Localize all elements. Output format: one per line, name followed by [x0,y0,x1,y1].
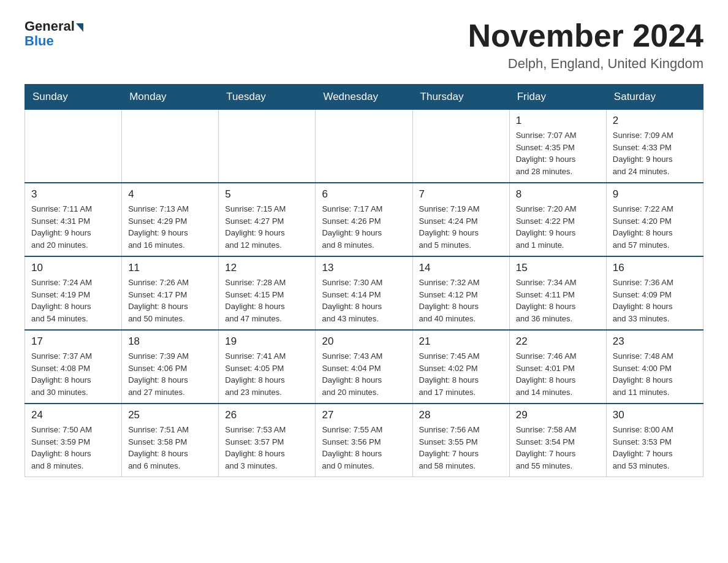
calendar-cell: 2Sunrise: 7:09 AMSunset: 4:33 PMDaylight… [606,110,703,183]
day-number: 28 [419,409,503,421]
day-info: Sunrise: 7:36 AMSunset: 4:09 PMDaylight:… [613,277,697,324]
day-number: 7 [419,188,503,201]
day-number: 30 [613,409,697,421]
day-info: Sunrise: 7:17 AMSunset: 4:26 PMDaylight:… [322,203,406,251]
calendar-cell: 28Sunrise: 7:56 AMSunset: 3:55 PMDayligh… [412,404,509,477]
day-number: 3 [31,188,115,201]
weekday-header-monday: Monday [122,85,219,110]
calendar-cell: 19Sunrise: 7:41 AMSunset: 4:05 PMDayligh… [219,330,316,404]
calendar-cell: 17Sunrise: 7:37 AMSunset: 4:08 PMDayligh… [25,330,122,404]
weekday-header-row: SundayMondayTuesdayWednesdayThursdayFrid… [25,85,703,110]
calendar-cell: 9Sunrise: 7:22 AMSunset: 4:20 PMDaylight… [606,183,703,256]
logo-general-text: General [25,18,75,34]
day-number: 24 [31,409,115,421]
calendar-cell: 21Sunrise: 7:45 AMSunset: 4:02 PMDayligh… [412,330,509,404]
calendar-cell: 14Sunrise: 7:32 AMSunset: 4:12 PMDayligh… [412,256,509,330]
calendar-week-row: 24Sunrise: 7:50 AMSunset: 3:59 PMDayligh… [25,404,703,477]
weekday-header-tuesday: Tuesday [219,85,316,110]
day-info: Sunrise: 7:46 AMSunset: 4:01 PMDaylight:… [516,350,600,398]
day-number: 5 [225,188,309,201]
day-info: Sunrise: 7:37 AMSunset: 4:08 PMDaylight:… [31,350,115,398]
day-number: 1 [516,115,600,127]
day-number: 13 [322,262,406,274]
calendar-cell: 29Sunrise: 7:58 AMSunset: 3:54 PMDayligh… [509,404,606,477]
day-number: 8 [516,188,600,201]
calendar-cell: 20Sunrise: 7:43 AMSunset: 4:04 PMDayligh… [316,330,412,404]
calendar-cell: 7Sunrise: 7:19 AMSunset: 4:24 PMDaylight… [412,183,509,256]
day-info: Sunrise: 7:45 AMSunset: 4:02 PMDaylight:… [419,350,503,398]
calendar-cell: 15Sunrise: 7:34 AMSunset: 4:11 PMDayligh… [509,256,606,330]
day-number: 10 [31,262,115,274]
day-number: 4 [128,188,212,201]
day-number: 21 [419,335,503,348]
day-info: Sunrise: 7:13 AMSunset: 4:29 PMDaylight:… [128,203,212,251]
day-number: 11 [128,262,212,274]
day-number: 23 [613,335,697,348]
calendar-cell: 3Sunrise: 7:11 AMSunset: 4:31 PMDaylight… [25,183,122,256]
day-number: 18 [128,335,212,348]
calendar-cell: 5Sunrise: 7:15 AMSunset: 4:27 PMDaylight… [219,183,316,256]
day-info: Sunrise: 7:32 AMSunset: 4:12 PMDaylight:… [419,277,503,324]
calendar-cell: 30Sunrise: 8:00 AMSunset: 3:53 PMDayligh… [606,404,703,477]
calendar-cell [25,110,122,183]
day-info: Sunrise: 7:50 AMSunset: 3:59 PMDaylight:… [31,424,115,472]
day-info: Sunrise: 8:00 AMSunset: 3:53 PMDaylight:… [613,424,697,472]
day-info: Sunrise: 7:07 AMSunset: 4:35 PMDaylight:… [516,129,600,177]
logo-blue-text: Blue [25,33,54,49]
day-number: 19 [225,335,309,348]
day-number: 6 [322,188,406,201]
calendar-cell: 27Sunrise: 7:55 AMSunset: 3:56 PMDayligh… [316,404,412,477]
day-number: 17 [31,335,115,348]
day-info: Sunrise: 7:22 AMSunset: 4:20 PMDaylight:… [613,203,697,251]
calendar-cell: 24Sunrise: 7:50 AMSunset: 3:59 PMDayligh… [25,404,122,477]
day-info: Sunrise: 7:53 AMSunset: 3:57 PMDaylight:… [225,424,309,472]
calendar-cell [412,110,509,183]
weekday-header-sunday: Sunday [25,85,122,110]
title-section: November 2024 Delph, England, United Kin… [468,18,703,72]
calendar-week-row: 3Sunrise: 7:11 AMSunset: 4:31 PMDaylight… [25,183,703,256]
calendar-week-row: 1Sunrise: 7:07 AMSunset: 4:35 PMDaylight… [25,110,703,183]
day-info: Sunrise: 7:41 AMSunset: 4:05 PMDaylight:… [225,350,309,398]
calendar-cell: 1Sunrise: 7:07 AMSunset: 4:35 PMDaylight… [509,110,606,183]
day-info: Sunrise: 7:56 AMSunset: 3:55 PMDaylight:… [419,424,503,472]
calendar-cell: 11Sunrise: 7:26 AMSunset: 4:17 PMDayligh… [122,256,219,330]
calendar-cell: 18Sunrise: 7:39 AMSunset: 4:06 PMDayligh… [122,330,219,404]
calendar-cell: 12Sunrise: 7:28 AMSunset: 4:15 PMDayligh… [219,256,316,330]
day-info: Sunrise: 7:51 AMSunset: 3:58 PMDaylight:… [128,424,212,472]
weekday-header-wednesday: Wednesday [316,85,412,110]
calendar-cell: 8Sunrise: 7:20 AMSunset: 4:22 PMDaylight… [509,183,606,256]
calendar-cell: 16Sunrise: 7:36 AMSunset: 4:09 PMDayligh… [606,256,703,330]
day-info: Sunrise: 7:55 AMSunset: 3:56 PMDaylight:… [322,424,406,472]
day-number: 14 [419,262,503,274]
weekday-header-thursday: Thursday [412,85,509,110]
calendar-cell: 22Sunrise: 7:46 AMSunset: 4:01 PMDayligh… [509,330,606,404]
logo: General Blue [25,18,83,49]
day-info: Sunrise: 7:39 AMSunset: 4:06 PMDaylight:… [128,350,212,398]
calendar-cell: 6Sunrise: 7:17 AMSunset: 4:26 PMDaylight… [316,183,412,256]
day-info: Sunrise: 7:58 AMSunset: 3:54 PMDaylight:… [516,424,600,472]
calendar-cell: 13Sunrise: 7:30 AMSunset: 4:14 PMDayligh… [316,256,412,330]
calendar-cell: 4Sunrise: 7:13 AMSunset: 4:29 PMDaylight… [122,183,219,256]
day-info: Sunrise: 7:24 AMSunset: 4:19 PMDaylight:… [31,277,115,324]
logo-arrow-icon [76,23,83,32]
calendar-cell: 26Sunrise: 7:53 AMSunset: 3:57 PMDayligh… [219,404,316,477]
location-subtitle: Delph, England, United Kingdom [468,56,703,72]
month-title: November 2024 [468,18,703,53]
calendar-cell [122,110,219,183]
day-info: Sunrise: 7:20 AMSunset: 4:22 PMDaylight:… [516,203,600,251]
day-number: 15 [516,262,600,274]
calendar-week-row: 10Sunrise: 7:24 AMSunset: 4:19 PMDayligh… [25,256,703,330]
day-info: Sunrise: 7:48 AMSunset: 4:00 PMDaylight:… [613,350,697,398]
day-number: 16 [613,262,697,274]
day-info: Sunrise: 7:15 AMSunset: 4:27 PMDaylight:… [225,203,309,251]
page-header: General Blue November 2024 Delph, Englan… [25,18,703,72]
day-number: 27 [322,409,406,421]
day-info: Sunrise: 7:11 AMSunset: 4:31 PMDaylight:… [31,203,115,251]
day-number: 25 [128,409,212,421]
day-number: 26 [225,409,309,421]
weekday-header-saturday: Saturday [606,85,703,110]
day-info: Sunrise: 7:19 AMSunset: 4:24 PMDaylight:… [419,203,503,251]
weekday-header-friday: Friday [509,85,606,110]
day-info: Sunrise: 7:34 AMSunset: 4:11 PMDaylight:… [516,277,600,324]
day-info: Sunrise: 7:30 AMSunset: 4:14 PMDaylight:… [322,277,406,324]
